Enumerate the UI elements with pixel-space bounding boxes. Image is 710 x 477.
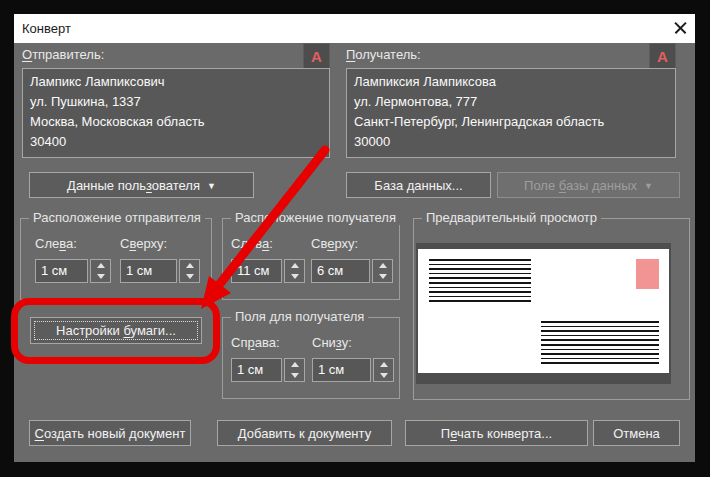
dialog-title: Конверт — [22, 21, 71, 36]
spin-down-icon[interactable] — [180, 271, 199, 282]
envelope-sender-lines — [429, 259, 531, 304]
cancel-button[interactable]: Отмена — [593, 420, 680, 446]
dropdown-arrow-icon: ▼ — [207, 181, 216, 191]
title-bar: Конверт — [14, 14, 695, 43]
sender-format-icon[interactable]: A — [303, 43, 330, 70]
spin-down-icon[interactable] — [285, 370, 304, 381]
recipient-left-input[interactable]: 11 см — [231, 259, 282, 283]
sender-top-label: Сверху: — [120, 236, 167, 251]
dropdown-arrow-icon: ▼ — [644, 181, 653, 191]
margin-right-label: Справа: — [231, 335, 280, 350]
preview-canvas — [416, 243, 671, 384]
preview-group: Предварительный просмотр — [413, 218, 690, 400]
envelope-stamp — [636, 259, 659, 289]
recipient-label: Получатель: — [346, 47, 421, 62]
add-to-document-button[interactable]: Добавить к документу — [217, 420, 392, 446]
spin-up-icon[interactable] — [374, 359, 393, 370]
recipient-margins-legend: Поля для получателя — [231, 309, 368, 324]
user-data-button[interactable]: Данные пользователя ▼ — [29, 172, 254, 198]
spin-down-icon[interactable] — [285, 271, 304, 282]
sender-label: Отправитель: — [22, 47, 104, 62]
recipient-margins-group: Поля для получателя Справа: 1 см Снизу: … — [222, 317, 400, 399]
recipient-format-icon[interactable]: A — [649, 43, 676, 70]
sender-position-group: Расположение отправителя Слева: 1 см Све… — [20, 218, 212, 300]
envelope-dialog: Конверт Отправитель: A Лампикс Лампиксов… — [14, 14, 695, 462]
margin-bottom-label: Снизу: — [312, 335, 352, 350]
screenshot-stage: Конверт Отправитель: A Лампикс Лампиксов… — [0, 0, 710, 477]
sender-top-input[interactable]: 1 см — [120, 259, 177, 283]
margin-bottom-input[interactable]: 1 см — [312, 358, 371, 382]
recipient-left-spinner: 11 см — [231, 259, 305, 283]
spin-up-icon[interactable] — [285, 359, 304, 370]
margin-bottom-spinner: 1 см — [312, 358, 394, 382]
spin-down-icon[interactable] — [374, 370, 393, 381]
database-field-button: Поле базы данных ▼ — [497, 172, 680, 198]
paper-settings-button[interactable]: Настройки бумаги... — [30, 317, 202, 344]
sender-left-input[interactable]: 1 см — [35, 259, 88, 283]
recipient-top-spinner: 6 см — [311, 259, 393, 283]
recipient-left-label: Слева: — [231, 236, 273, 251]
spin-up-icon[interactable] — [373, 260, 392, 271]
spin-down-icon[interactable] — [373, 271, 392, 282]
margin-right-input[interactable]: 1 см — [231, 358, 282, 382]
recipient-address-input[interactable]: Лампиксия Лампиксова ул. Лермонтова, 777… — [346, 68, 676, 158]
spin-up-icon[interactable] — [180, 260, 199, 271]
margin-right-spinner: 1 см — [231, 358, 305, 382]
close-button[interactable] — [665, 14, 695, 43]
sender-top-spinner: 1 см — [120, 259, 200, 283]
database-button[interactable]: База данных... — [346, 172, 491, 198]
sender-left-spinner: 1 см — [35, 259, 111, 283]
envelope-recipient-lines — [541, 321, 659, 365]
recipient-top-label: Сверху: — [311, 236, 358, 251]
sender-left-label: Слева: — [35, 236, 77, 251]
sender-position-legend: Расположение отправителя — [29, 210, 205, 225]
sender-address-input[interactable]: Лампикс Лампиксович ул. Пушкина, 1337 Мо… — [22, 68, 330, 158]
new-document-button[interactable]: Создать новый документ — [29, 420, 191, 446]
recipient-position-group: Расположение получателя Слева: 11 см Све… — [222, 218, 400, 300]
spin-up-icon[interactable] — [91, 260, 110, 271]
recipient-top-input[interactable]: 6 см — [311, 259, 370, 283]
envelope-preview — [418, 249, 669, 373]
spin-down-icon[interactable] — [91, 271, 110, 282]
preview-legend: Предварительный просмотр — [422, 210, 601, 225]
print-envelope-button[interactable]: Печать конверта... — [405, 420, 588, 446]
recipient-position-legend: Расположение получателя — [231, 210, 400, 225]
spin-up-icon[interactable] — [285, 260, 304, 271]
